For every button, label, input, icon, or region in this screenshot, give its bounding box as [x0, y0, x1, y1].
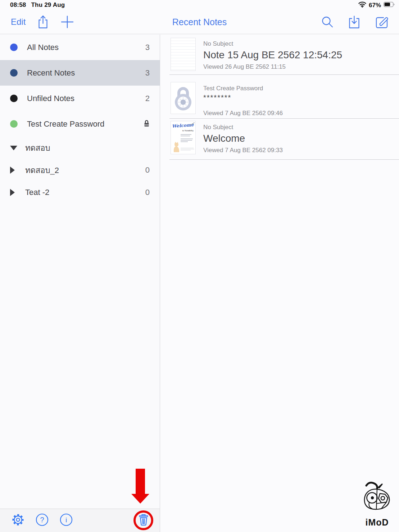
status-time: 08:58 — [10, 1, 26, 8]
row-divider — [169, 159, 399, 160]
note-title-password: ******** — [203, 94, 393, 102]
sidebar-item-recent-notes[interactable]: Recent Notes 3 — [0, 60, 160, 86]
share-icon[interactable] — [37, 15, 49, 29]
welcome-thumb-subheading: to Notability — [182, 129, 194, 132]
subject-color-dot — [10, 69, 18, 77]
imod-watermark: iMoD — [359, 481, 395, 528]
note-subject: No Subject — [203, 124, 393, 131]
note-row-3[interactable]: Welcome to Notability — [160, 119, 399, 160]
top-toolbar: Edit Recent Notes — [0, 10, 399, 34]
pen-doodle-icon — [190, 122, 195, 126]
sidebar-item-label: ทดสอบ_2 — [25, 164, 145, 177]
sidebar-divider-collapsed-1[interactable]: ทดสอบ_2 0 — [0, 159, 160, 181]
battery-percent: 67% — [369, 2, 381, 9]
sidebar-item-label: ทดสอบ — [25, 142, 150, 154]
info-glyph: i — [65, 516, 67, 524]
sidebar-item-label: Test Create Password — [27, 119, 144, 129]
add-icon[interactable] — [60, 15, 74, 29]
import-icon[interactable] — [348, 15, 361, 29]
note-viewed: Viewed 7 Aug BE 2562 09:33 — [203, 147, 393, 154]
settings-gear-icon[interactable] — [11, 513, 25, 528]
help-icon[interactable]: ? — [36, 513, 49, 528]
sidebar-item-label: Teat -2 — [25, 188, 145, 197]
sidebar-item-count: 0 — [145, 188, 150, 197]
sidebar-item-all-notes[interactable]: All Notes 3 — [0, 35, 160, 60]
imod-logo-icon — [361, 481, 393, 517]
red-circle-annotation — [133, 510, 153, 530]
note-thumbnail-welcome: Welcome to Notability — [171, 121, 196, 154]
battery-icon — [384, 2, 395, 9]
search-icon[interactable] — [321, 15, 334, 28]
subject-color-dot — [10, 120, 18, 128]
sidebar-item-test-create-password[interactable]: Test Create Password — [0, 111, 160, 137]
wifi-icon — [358, 1, 366, 9]
sidebar-item-count: 3 — [145, 68, 150, 78]
sidebar-item-unfiled-notes[interactable]: Unfiled Notes 2 — [0, 86, 160, 111]
sidebar-divider-open[interactable]: ทดสอบ — [0, 137, 160, 159]
cat-illustration — [172, 141, 180, 153]
sidebar: All Notes 3 Recent Notes 3 Unfiled Notes… — [0, 35, 160, 532]
note-thumbnail-lock — [171, 82, 196, 114]
note-thumbnail-paper — [171, 38, 196, 71]
subject-color-dot — [10, 44, 18, 51]
sidebar-item-count: 2 — [145, 94, 150, 103]
edit-button[interactable]: Edit — [11, 17, 26, 27]
status-time-date: 08:58Thu 29 Aug — [10, 1, 65, 9]
compose-icon[interactable] — [375, 15, 389, 29]
notability-app-screen: 08:58Thu 29 Aug 67% — [0, 0, 399, 532]
note-title: Note 15 Aug BE 2562 12:54:25 — [203, 49, 393, 61]
note-subject: No Subject — [203, 40, 393, 47]
note-list: No Subject Note 15 Aug BE 2562 12:54:25 … — [160, 35, 399, 532]
subject-color-dot — [10, 95, 18, 102]
note-row-1[interactable]: No Subject Note 15 Aug BE 2562 12:54:25 … — [160, 35, 399, 75]
disclosure-right-icon[interactable] — [10, 189, 15, 196]
status-bar: 08:58Thu 29 Aug 67% — [0, 0, 399, 10]
disclosure-down-icon[interactable] — [10, 146, 17, 150]
imod-label: iMoD — [359, 517, 395, 528]
sidebar-item-label: All Notes — [27, 43, 145, 52]
disclosure-right-icon[interactable] — [10, 167, 15, 174]
lock-icon — [144, 119, 150, 129]
note-viewed: Viewed 26 Aug BE 2562 11:15 — [203, 63, 393, 71]
sidebar-item-count: 3 — [145, 43, 150, 52]
sidebar-item-count: 0 — [145, 165, 150, 175]
note-title: Welcome — [203, 133, 393, 144]
status-indicators: 67% — [358, 1, 395, 9]
sidebar-divider-collapsed-2[interactable]: Teat -2 0 — [0, 181, 160, 204]
note-row-2[interactable]: Test Create Password ******** Viewed 7 A… — [160, 75, 399, 119]
info-icon[interactable]: i — [60, 513, 73, 528]
note-subject: Test Create Password — [203, 85, 393, 92]
red-arrow-annotation — [136, 469, 145, 494]
note-viewed: Viewed 7 Aug BE 2562 09:46 — [203, 110, 393, 117]
help-glyph: ? — [40, 516, 44, 524]
status-date: Thu 29 Aug — [31, 1, 65, 8]
red-arrow-head — [131, 494, 149, 504]
sidebar-item-label: Unfiled Notes — [27, 94, 145, 103]
sidebar-item-label: Recent Notes — [27, 68, 145, 78]
